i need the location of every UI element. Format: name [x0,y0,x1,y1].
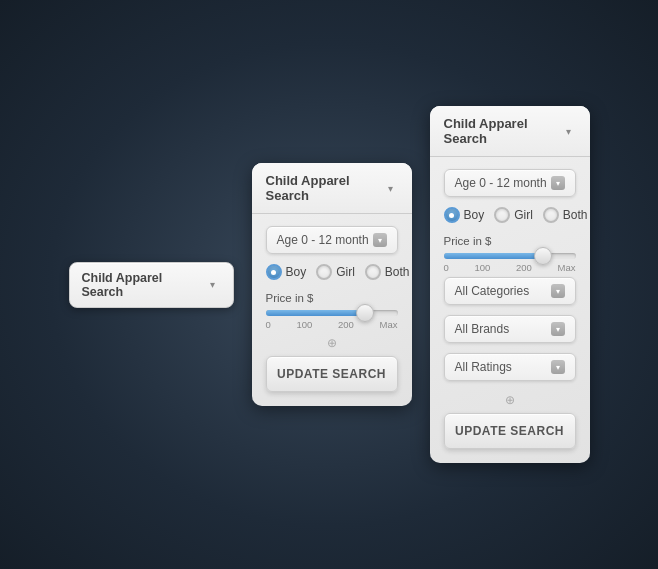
chevron-down-icon: ▾ [561,123,575,139]
gender-both-label: Both [563,208,588,222]
widget-medium-header[interactable]: Child Apparel Search ▾ [252,163,412,214]
category-dropdown[interactable]: All Categories ▾ [444,277,576,305]
gender-radio-group: Boy Girl Both [266,264,398,280]
slider-mid2: 200 [338,319,354,330]
age-dropdown-large-value: Age 0 - 12 month [455,176,547,190]
chevron-down-icon: ▾ [383,180,397,196]
slider-mid1: 100 [474,262,490,273]
dropdown-arrow-icon: ▾ [551,284,565,298]
radio-boy-icon [444,207,460,223]
gender-boy-label: Boy [286,265,307,279]
widget-collapsed[interactable]: Child Apparel Search ▾ [69,262,234,308]
slider-labels: 0 100 200 Max [444,262,576,273]
category-dropdown-value: All Categories [455,284,530,298]
slider-fill [444,253,543,259]
dropdown-arrow-icon: ▾ [373,233,387,247]
gender-boy-option-large[interactable]: Boy [444,207,485,223]
slider-min: 0 [266,319,271,330]
age-dropdown-value: Age 0 - 12 month [277,233,369,247]
price-slider[interactable]: 0 100 200 Max [266,310,398,330]
chevron-down-icon: ▾ [205,277,221,293]
brand-dropdown-value: All Brands [455,322,510,336]
price-label: Price in $ [266,292,398,304]
rating-dropdown-value: All Ratings [455,360,512,374]
dropdown-arrow-icon: ▾ [551,176,565,190]
widget-large: Child Apparel Search ▾ Age 0 - 12 month … [430,106,590,463]
update-search-button-large[interactable]: UPDATE SEARCH [444,413,576,449]
price-slider-large[interactable]: 0 100 200 Max [444,253,576,273]
radio-both-icon [365,264,381,280]
slider-max: Max [380,319,398,330]
slider-mid1: 100 [296,319,312,330]
gender-radio-group-large: Boy Girl Both [444,207,576,223]
widget-large-body: Age 0 - 12 month ▾ Boy Girl Both Price i… [430,157,590,463]
divider-handle: ⊕ [266,334,398,356]
gender-boy-label: Boy [464,208,485,222]
update-search-button[interactable]: UPDATE SEARCH [266,356,398,392]
slider-track [266,310,398,316]
slider-fill [266,310,365,316]
brand-dropdown[interactable]: All Brands ▾ [444,315,576,343]
gender-both-option-large[interactable]: Both [543,207,588,223]
age-dropdown-large[interactable]: Age 0 - 12 month ▾ [444,169,576,197]
price-label-large: Price in $ [444,235,576,247]
gender-girl-label: Girl [336,265,355,279]
slider-track [444,253,576,259]
dropdown-arrow-icon: ▾ [551,360,565,374]
gender-boy-option[interactable]: Boy [266,264,307,280]
slider-labels: 0 100 200 Max [266,319,398,330]
slider-max: Max [558,262,576,273]
resize-handle-icon[interactable]: ⊕ [318,338,346,348]
widget-medium-body: Age 0 - 12 month ▾ Boy Girl Both Price i… [252,214,412,406]
widget-large-title: Child Apparel Search [444,116,562,146]
widget-medium-title: Child Apparel Search [266,173,384,203]
gender-both-label: Both [385,265,410,279]
radio-girl-icon [494,207,510,223]
rating-dropdown[interactable]: All Ratings ▾ [444,353,576,381]
divider-handle-large: ⊕ [444,391,576,413]
gender-girl-option[interactable]: Girl [316,264,355,280]
slider-mid2: 200 [516,262,532,273]
age-dropdown[interactable]: Age 0 - 12 month ▾ [266,226,398,254]
widget-medium: Child Apparel Search ▾ Age 0 - 12 month … [252,163,412,406]
radio-both-icon [543,207,559,223]
gender-both-option[interactable]: Both [365,264,410,280]
widget-collapsed-title: Child Apparel Search [82,271,205,299]
widget-large-header[interactable]: Child Apparel Search ▾ [430,106,590,157]
radio-girl-icon [316,264,332,280]
gender-girl-label: Girl [514,208,533,222]
resize-handle-icon[interactable]: ⊕ [496,395,524,405]
gender-girl-option-large[interactable]: Girl [494,207,533,223]
radio-boy-icon [266,264,282,280]
slider-thumb[interactable] [356,304,374,322]
slider-min: 0 [444,262,449,273]
dropdown-arrow-icon: ▾ [551,322,565,336]
slider-thumb[interactable] [534,247,552,265]
